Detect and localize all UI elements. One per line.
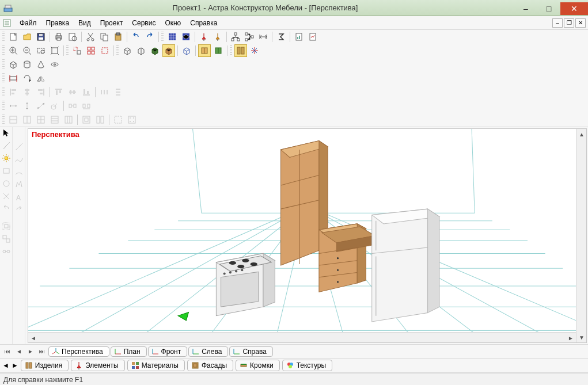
view-tab-left[interactable]: Слева (188, 346, 228, 357)
light-button[interactable] (1, 153, 12, 164)
grid-xy-button[interactable] (166, 31, 179, 43)
maximize-button[interactable]: □ (537, 2, 560, 15)
tool-hierarchy-button[interactable] (229, 31, 242, 43)
vtool-group-button[interactable] (1, 220, 12, 232)
minimize-button[interactable]: – (514, 2, 537, 15)
vtool-line-button[interactable] (13, 141, 25, 153)
close-button[interactable]: ✕ (560, 2, 588, 15)
tab-nav-prev[interactable]: ◄ (14, 346, 24, 357)
toolbar-grip[interactable] (230, 45, 232, 56)
view-tab-right[interactable]: Справа (229, 346, 272, 357)
vtool-x-button[interactable] (1, 190, 12, 202)
panel-tab-elements[interactable]: Элементы (71, 360, 125, 371)
view-iso-button[interactable] (180, 44, 193, 57)
zoom-extent-button[interactable] (48, 44, 61, 57)
scroll-right-button[interactable]: ► (566, 333, 576, 343)
mdi-minimize-button[interactable]: – (552, 18, 563, 28)
tool-pin-button[interactable] (198, 31, 210, 43)
toolbar-grip[interactable] (2, 101, 5, 111)
tab-nav-next[interactable]: ► (25, 346, 36, 357)
measure-button[interactable] (1, 140, 12, 151)
dim-chain-button[interactable] (66, 100, 79, 112)
snap-button[interactable] (234, 44, 247, 57)
panel-6-button[interactable] (80, 113, 93, 126)
new-button[interactable] (7, 31, 20, 43)
grid-iso-button[interactable] (180, 31, 192, 43)
vtool-arc-button[interactable] (13, 166, 25, 178)
panel-tab-products[interactable]: Изделия (21, 360, 69, 371)
select-group-button[interactable] (85, 44, 97, 57)
dim-baseline-button[interactable] (80, 100, 93, 112)
horizontal-scrollbar[interactable]: ◄ ► (28, 332, 576, 342)
snap-axis-button[interactable] (248, 44, 261, 57)
panel-tab-edges[interactable]: Кромки (236, 360, 280, 371)
zoom-in-button[interactable] (7, 44, 20, 57)
undo-button[interactable] (130, 31, 142, 43)
edit-rotate-button[interactable] (21, 72, 33, 85)
tab-nav-first[interactable]: ⏮ (2, 346, 13, 357)
vtool-circle-button[interactable] (1, 178, 12, 189)
tab-nav-last[interactable]: ⏭ (37, 346, 47, 357)
dim-v-button[interactable] (21, 100, 33, 112)
panel-3-button[interactable] (35, 113, 47, 126)
box-textured-button[interactable] (162, 44, 175, 57)
tool-report-button[interactable] (293, 31, 305, 43)
align-center-v-button[interactable] (66, 86, 79, 98)
dim-align-button[interactable] (35, 100, 47, 112)
tool-width-button[interactable] (257, 31, 270, 43)
cut-button[interactable] (84, 31, 97, 43)
vtool-redo2-button[interactable] (13, 204, 25, 216)
viewport-3d[interactable]: Перспектива (28, 128, 587, 343)
toolbar-grip[interactable] (161, 32, 164, 42)
toolbar-grip[interactable] (2, 115, 5, 125)
toolbar-grip[interactable] (2, 73, 5, 83)
distribute-h-button[interactable] (98, 86, 111, 98)
menu-file[interactable]: Файл (15, 17, 41, 29)
zoom-out-button[interactable] (21, 44, 33, 57)
edit-mirror-button[interactable] (35, 72, 47, 85)
toolbar-grip[interactable] (66, 45, 69, 56)
vtool-rect-button[interactable] (1, 165, 12, 177)
tool-pin2-button[interactable] (211, 31, 224, 43)
toolbar-grip[interactable] (2, 45, 5, 56)
menu-help[interactable]: Справка (185, 17, 222, 29)
dim-radius-button[interactable] (48, 100, 61, 112)
dim-h-button[interactable] (7, 100, 20, 112)
align-top-button[interactable] (52, 86, 65, 98)
scroll-up-button[interactable]: ▲ (576, 129, 587, 139)
copy-button[interactable] (98, 31, 111, 43)
view-tab-plan[interactable]: План (111, 346, 147, 357)
vtool-link-button[interactable] (1, 246, 12, 257)
mdi-restore-button[interactable]: ❐ (564, 18, 574, 28)
menu-project[interactable]: Проект (96, 17, 128, 29)
toolbar-grip[interactable] (2, 87, 5, 97)
menu-view[interactable]: Вид (74, 17, 96, 29)
toolbar-grip[interactable] (2, 32, 5, 42)
paste-button[interactable] (112, 31, 124, 43)
menu-window[interactable]: Окно (160, 17, 185, 29)
redo-button[interactable] (143, 31, 156, 43)
select-arrow-button[interactable] (1, 127, 12, 139)
vtool-poly-button[interactable] (13, 179, 25, 190)
panel-7-button[interactable] (94, 113, 107, 126)
edit-stretch-button[interactable] (7, 72, 20, 85)
tool-sigma-button[interactable] (275, 31, 287, 43)
panel-2-button[interactable] (21, 113, 33, 126)
toolbar-grip[interactable] (2, 59, 5, 70)
vertical-scrollbar[interactable]: ▲ ▼ (576, 129, 586, 342)
align-center-h-button[interactable] (21, 86, 33, 98)
select-item-button[interactable] (98, 44, 111, 57)
align-right-button[interactable] (35, 86, 47, 98)
tool-tree-button[interactable] (243, 31, 256, 43)
vtool-ungroup-button[interactable] (1, 233, 12, 245)
panel-4-button[interactable] (48, 113, 61, 126)
box-open-button[interactable] (135, 44, 147, 57)
furniture-green-button[interactable] (212, 44, 225, 57)
select-extend-button[interactable] (71, 44, 84, 57)
panel-9-button[interactable] (126, 113, 138, 126)
scroll-down-button[interactable]: ▼ (576, 332, 587, 342)
panel-5-button[interactable] (62, 113, 75, 126)
print-button[interactable] (52, 31, 65, 43)
box-solid-button[interactable] (149, 44, 161, 57)
open-button[interactable] (21, 31, 33, 43)
